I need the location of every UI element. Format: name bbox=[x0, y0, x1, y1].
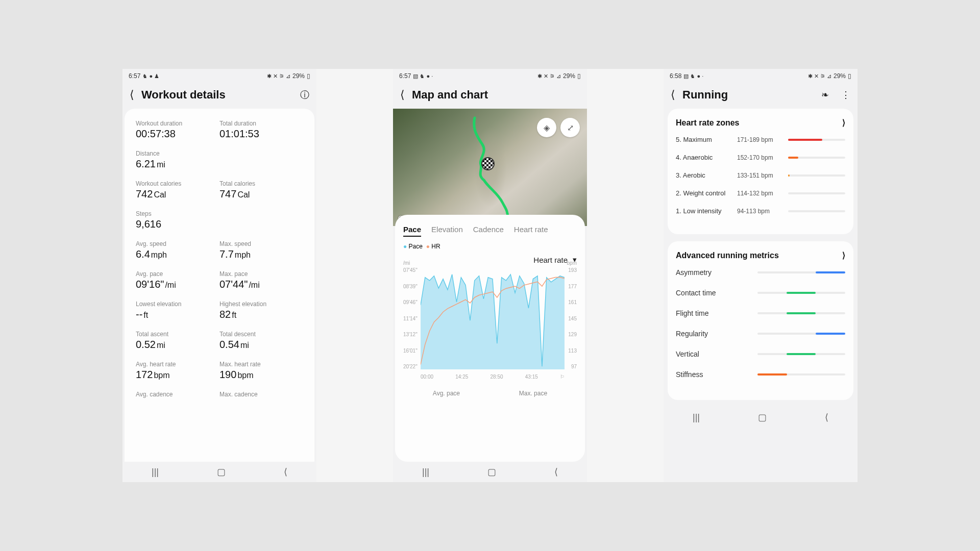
clock: 6:57 bbox=[399, 72, 411, 80]
tab[interactable]: Elevation bbox=[431, 225, 463, 237]
hr-zones-header[interactable]: Heart rate zones ⟩ bbox=[676, 118, 845, 128]
nav-bar: ||| ▢ ⟨ bbox=[664, 407, 857, 428]
metric-row: Flight time bbox=[676, 309, 845, 317]
metric-row: Contact time bbox=[676, 289, 845, 297]
stat-value bbox=[219, 399, 303, 411]
stat-value: 190bpm bbox=[219, 369, 303, 381]
stat-value: 172bpm bbox=[136, 369, 219, 381]
battery-text: 29% bbox=[834, 72, 846, 80]
stat-item: Total duration 01:01:53 bbox=[219, 120, 303, 140]
header: ⟨ Map and chart bbox=[393, 83, 587, 109]
hr-zone-row: 1. Low intensity 94-113 bpm bbox=[676, 207, 845, 215]
info-icon[interactable]: ⓘ bbox=[300, 89, 309, 101]
stat-item: Highest elevation 82ft bbox=[219, 300, 303, 320]
chart-card: PaceElevationCadenceHeart rate ● Pace ● … bbox=[395, 215, 585, 462]
stat-label: Max. heart rate bbox=[219, 361, 303, 368]
tab[interactable]: Cadence bbox=[473, 225, 504, 237]
hr-zone-row: 4. Anaerobic 152-170 bpm bbox=[676, 154, 845, 161]
back-nav-icon[interactable]: ⟨ bbox=[825, 412, 828, 423]
page-title: Workout details bbox=[141, 88, 288, 102]
nav-bar: ||| ▢ ⟨ bbox=[122, 462, 316, 482]
battery-icon: ▯ bbox=[307, 72, 310, 80]
stat-item: Max. pace 07'44"/mi bbox=[219, 270, 303, 290]
stat-label: Avg. speed bbox=[136, 240, 219, 247]
home-icon[interactable]: ▢ bbox=[217, 466, 226, 478]
hr-zone-row: 2. Weight control 114-132 bpm bbox=[676, 189, 845, 197]
chevron-right-icon: ⟩ bbox=[842, 118, 845, 128]
map[interactable]: ◈ ⤢ Google bbox=[393, 109, 587, 226]
expand-icon[interactable]: ⤢ bbox=[560, 118, 580, 137]
metric-row: Regularity bbox=[676, 330, 845, 338]
recents-icon[interactable]: ||| bbox=[152, 467, 159, 478]
stat-item: Total ascent 0.52mi bbox=[136, 331, 219, 350]
stat-value: 0.52mi bbox=[136, 339, 219, 350]
status-bar: 6:57▧ ♞ ● · ✱ ✕ ⚞ ⊿29%▯ bbox=[393, 69, 587, 83]
chart-tabs: PaceElevationCadenceHeart rate bbox=[403, 225, 577, 237]
chart-footer: Avg. pace Max. pace bbox=[403, 390, 577, 397]
tab[interactable]: Heart rate bbox=[514, 225, 548, 237]
recents-icon[interactable]: ||| bbox=[422, 467, 429, 478]
finish-flag-icon bbox=[482, 158, 494, 169]
advanced-metrics-section: Advanced running metrics ⟩ Asymmetry Con… bbox=[668, 241, 853, 400]
metric-dropdown[interactable]: Heart rate▾ bbox=[403, 255, 577, 264]
page-title: Running bbox=[682, 88, 809, 102]
stat-value: 747Cal bbox=[219, 188, 303, 200]
stat-label: Total calories bbox=[219, 180, 303, 187]
stat-item: Total calories 747Cal bbox=[219, 180, 303, 200]
metric-row: Vertical bbox=[676, 350, 845, 358]
stat-item: Distance 6.21mi bbox=[136, 150, 303, 170]
tab[interactable]: Pace bbox=[403, 225, 421, 237]
status-icons-l: ▧ ♞ ● · bbox=[683, 73, 703, 80]
battery-text: 29% bbox=[292, 72, 305, 80]
stat-value: 01:01:53 bbox=[219, 128, 303, 140]
stat-label: Avg. heart rate bbox=[136, 361, 219, 368]
stats-card: Workout duration 00:57:38Total duration … bbox=[125, 109, 314, 462]
pace-hr-chart: /mi bpm 07'45"08'39"09'46"11'14"13'12"16… bbox=[403, 267, 577, 380]
home-icon[interactable]: ▢ bbox=[758, 412, 767, 423]
battery-icon: ▯ bbox=[848, 72, 851, 80]
stat-label: Total duration bbox=[219, 120, 303, 127]
header: ⟨ Workout details ⓘ bbox=[122, 83, 316, 109]
chart-legend: ● Pace ● HR bbox=[403, 243, 577, 250]
running-icon: ♞ ● ♟ bbox=[142, 73, 159, 80]
back-icon[interactable]: ⟨ bbox=[400, 88, 405, 102]
status-icons: ✱ ✕ ⚞ ⊿ bbox=[267, 73, 290, 80]
status-icons: ✱ ✕ ⚞ ⊿ bbox=[808, 73, 831, 80]
layers-icon[interactable]: ◈ bbox=[537, 118, 556, 137]
back-nav-icon[interactable]: ⟨ bbox=[284, 466, 287, 478]
clock: 6:58 bbox=[670, 72, 681, 80]
hr-zones-section: Heart rate zones ⟩ 5. Maximum 171-189 bp… bbox=[668, 109, 853, 234]
more-icon[interactable]: ⋮ bbox=[841, 89, 850, 101]
hr-zone-row: 3. Aerobic 133-151 bpm bbox=[676, 171, 845, 179]
status-icons-l: ▧ ♞ ● · bbox=[413, 73, 433, 80]
stat-label: Lowest elevation bbox=[136, 300, 219, 308]
stat-item: Avg. heart rate 172bpm bbox=[136, 361, 219, 381]
home-icon[interactable]: ▢ bbox=[487, 466, 496, 478]
back-nav-icon[interactable]: ⟨ bbox=[554, 466, 558, 478]
page-title: Map and chart bbox=[412, 88, 580, 102]
metric-row: Asymmetry bbox=[676, 268, 845, 277]
stat-label: Total ascent bbox=[136, 331, 219, 338]
status-icons: ✱ ✕ ⚞ ⊿ bbox=[537, 73, 561, 80]
stat-item: Steps 9,616 bbox=[136, 210, 303, 230]
chevron-right-icon: ⟩ bbox=[842, 251, 845, 260]
recents-icon[interactable]: ||| bbox=[693, 412, 700, 423]
stat-label: Avg. pace bbox=[136, 270, 219, 278]
stat-value: 742Cal bbox=[136, 188, 219, 200]
stat-value: 00:57:38 bbox=[136, 128, 219, 140]
stat-label: Avg. cadence bbox=[136, 391, 219, 398]
stat-label: Workout calories bbox=[136, 180, 219, 187]
share-icon[interactable]: ❧ bbox=[821, 89, 829, 101]
stat-item: Avg. pace 09'16"/mi bbox=[136, 270, 219, 290]
screen-map-chart: 6:57▧ ♞ ● · ✱ ✕ ⚞ ⊿29%▯ ⟨ Map and chart … bbox=[393, 69, 587, 482]
back-icon[interactable]: ⟨ bbox=[671, 88, 675, 102]
header: ⟨ Running ❧ ⋮ bbox=[664, 83, 857, 109]
battery-icon: ▯ bbox=[577, 72, 581, 80]
stat-label: Max. pace bbox=[219, 270, 303, 278]
back-icon[interactable]: ⟨ bbox=[130, 88, 134, 102]
stat-value: 09'16"/mi bbox=[136, 279, 219, 290]
stat-item: Max. speed 7.7mph bbox=[219, 240, 303, 260]
stat-value: 7.7mph bbox=[219, 248, 303, 260]
advanced-metrics-header[interactable]: Advanced running metrics ⟩ bbox=[676, 251, 845, 260]
stat-value: 6.21mi bbox=[136, 158, 303, 170]
